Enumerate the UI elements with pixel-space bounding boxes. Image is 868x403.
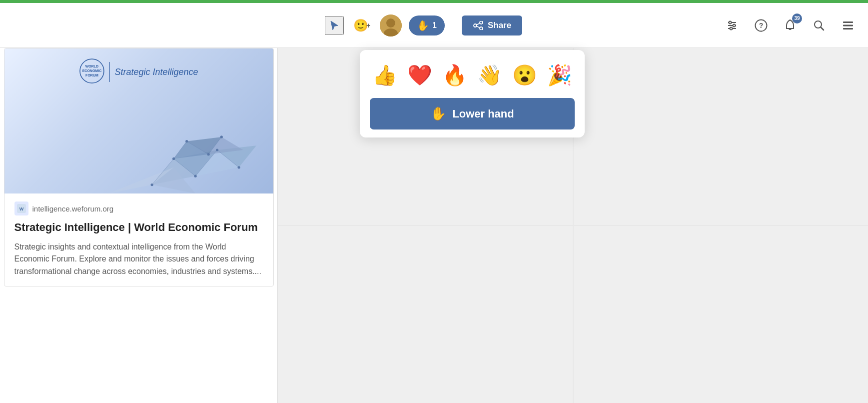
- svg-point-12: [733, 24, 736, 26]
- help-icon: ?: [755, 19, 768, 32]
- share-icon: [473, 21, 484, 30]
- svg-rect-19: [843, 22, 853, 23]
- search-button[interactable]: [809, 16, 829, 36]
- notifications-button[interactable]: 39: [780, 16, 800, 36]
- emoji-reactions-row: 👍 ❤️ 🔥 👋 😮 🎉: [370, 60, 575, 90]
- emoji-reaction-popup: 👍 ❤️ 🔥 👋 😮 🎉 ✋ Lower hand: [360, 50, 585, 138]
- header-left-actions: 🙂 + ✋ 1 Share: [10, 14, 522, 36]
- menu-icon: [842, 20, 854, 30]
- wave-reaction-button[interactable]: 👋: [475, 60, 505, 90]
- lower-hand-icon: ✋: [430, 106, 446, 122]
- svg-line-18: [821, 27, 824, 30]
- svg-point-5: [480, 27, 483, 30]
- svg-rect-20: [843, 24, 853, 26]
- grid-cell-4: [574, 226, 868, 403]
- svg-text:?: ?: [759, 22, 764, 30]
- card-source: W intelligence.weforum.org: [14, 202, 263, 216]
- add-emoji-button[interactable]: 🙂 +: [351, 14, 373, 36]
- menu-button[interactable]: [838, 16, 858, 36]
- share-label: Share: [488, 20, 511, 30]
- grid-cell-2: [574, 48, 868, 225]
- thumbs-up-reaction-button[interactable]: 👍: [370, 60, 400, 90]
- svg-rect-21: [843, 28, 853, 30]
- svg-point-4: [480, 21, 483, 24]
- lower-hand-label: Lower hand: [452, 108, 514, 120]
- avatar: [380, 14, 402, 36]
- svg-point-13: [730, 27, 733, 30]
- network-pattern: [4, 106, 273, 194]
- svg-point-3: [474, 24, 477, 27]
- svg-text:W: W: [19, 206, 23, 212]
- header-right-icons: ? 39: [722, 16, 858, 36]
- search-icon: [813, 20, 825, 32]
- svg-text:FORUM: FORUM: [85, 74, 98, 77]
- heart-reaction-button[interactable]: ❤️: [405, 60, 435, 90]
- svg-point-40: [185, 140, 188, 142]
- card-image: WORLD ECONOMIC FORUM Strategic Intellige…: [4, 48, 273, 194]
- svg-point-1: [386, 18, 395, 28]
- favicon-icon: W: [17, 204, 26, 213]
- svg-point-11: [729, 21, 732, 24]
- cursor-tool-button[interactable]: [325, 16, 344, 35]
- lower-hand-button[interactable]: ✋ Lower hand: [370, 98, 575, 130]
- svg-text:ECONOMIC: ECONOMIC: [82, 69, 101, 72]
- raise-hand-count: 1: [432, 21, 437, 30]
- card-body: W intelligence.weforum.org Strategic Int…: [4, 194, 273, 286]
- source-favicon: W: [14, 202, 28, 216]
- party-reaction-button[interactable]: 🎉: [545, 60, 575, 90]
- link-card[interactable]: WORLD ECONOMIC FORUM Strategic Intellige…: [4, 48, 274, 286]
- raise-hand-button[interactable]: ✋ 1: [409, 16, 445, 36]
- svg-line-7: [477, 26, 480, 28]
- help-button[interactable]: ?: [751, 16, 771, 36]
- hand-raised-icon: ✋: [417, 20, 429, 32]
- card-logo: WORLD ECONOMIC FORUM Strategic Intellige…: [79, 58, 198, 86]
- svg-line-6: [477, 23, 480, 24]
- plus-icon: +: [366, 22, 370, 30]
- settings-button[interactable]: [722, 16, 742, 36]
- logo-divider: [109, 62, 109, 82]
- grid-cell-3: [278, 226, 573, 403]
- share-button[interactable]: Share: [462, 16, 522, 36]
- card-title: Strategic Intelligence | World Economic …: [14, 220, 263, 235]
- card-description: Strategic insights and contextual intell…: [14, 241, 263, 278]
- sliders-icon: [726, 20, 738, 32]
- logo-title: Strategic Intelligence: [114, 67, 198, 78]
- svg-text:WORLD: WORLD: [85, 64, 98, 68]
- notification-count-badge: 39: [792, 14, 802, 24]
- left-panel: WORLD ECONOMIC FORUM Strategic Intellige…: [0, 48, 278, 403]
- card-source-url: intelligence.weforum.org: [32, 204, 114, 213]
- fire-reaction-button[interactable]: 🔥: [440, 60, 470, 90]
- wef-logo-mark: WORLD ECONOMIC FORUM: [79, 58, 104, 84]
- svg-point-41: [207, 153, 209, 156]
- header-toolbar: 🙂 + ✋ 1 Share: [0, 3, 868, 48]
- surprised-reaction-button[interactable]: 😮: [510, 60, 540, 90]
